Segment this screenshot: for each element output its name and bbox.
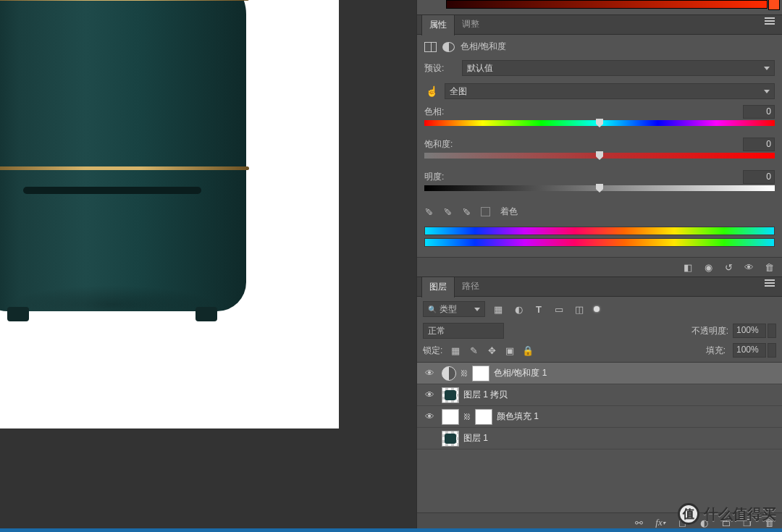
filter-type-icon[interactable]: T: [533, 304, 545, 314]
layer-row[interactable]: 图层 1: [417, 428, 782, 449]
blend-mode-select[interactable]: 正常: [423, 323, 504, 339]
visibility-toggle[interactable]: 👁: [421, 411, 437, 422]
hue-track[interactable]: [424, 120, 775, 126]
lightness-thumb[interactable]: [596, 184, 603, 193]
mask-thumb[interactable]: [475, 409, 492, 425]
lock-all-icon[interactable]: 🔒: [522, 345, 534, 355]
watermark: 值 什么值得买: [678, 503, 776, 525]
canvas-area[interactable]: [0, 0, 416, 532]
lightness-label: 明度:: [424, 171, 444, 183]
hue-slider: 色相: 0: [417, 104, 782, 136]
colorize-label: 着色: [500, 206, 518, 218]
layer-name[interactable]: 图层 1: [463, 432, 488, 444]
hue-value-input[interactable]: 0: [743, 105, 775, 119]
link-icon[interactable]: ⛓: [463, 413, 471, 421]
fill-flyout-icon[interactable]: [768, 343, 776, 358]
layer-row[interactable]: 👁图层 1 拷贝: [417, 384, 782, 406]
watermark-badge-icon: 值: [678, 503, 699, 525]
saturation-slider: 饱和度: 0: [417, 136, 782, 169]
lock-transparent-icon[interactable]: ▦: [450, 345, 461, 355]
layer-row[interactable]: 👁⛓颜色填充 1: [417, 406, 782, 428]
link-layers-icon[interactable]: ⚯: [633, 518, 644, 528]
opacity-input[interactable]: 100%: [733, 324, 766, 338]
panel-menu-icon[interactable]: [765, 282, 776, 291]
document-canvas[interactable]: [0, 0, 339, 428]
trash-icon[interactable]: 🗑: [763, 262, 775, 272]
visibility-toggle[interactable]: 👁: [421, 368, 437, 379]
tab-adjustments[interactable]: 调整: [455, 14, 487, 35]
saturation-label: 饱和度:: [424, 138, 453, 151]
layer-name[interactable]: 颜色填充 1: [497, 410, 539, 423]
eyedropper-row: ✐ ✐ ✐ 着色: [417, 201, 782, 224]
filter-adjust-icon[interactable]: ◐: [513, 304, 524, 314]
reset-icon[interactable]: ↺: [723, 262, 734, 272]
properties-footer: ◧ ◉ ↺ 👁 🗑: [417, 257, 782, 276]
scope-value: 全图: [450, 85, 467, 98]
current-color-swatch[interactable]: [768, 0, 780, 10]
adjustment-icon: [442, 366, 456, 381]
eyedropper-subtract-icon[interactable]: ✐: [462, 206, 471, 218]
adjustment-thumb-icon: [424, 42, 437, 52]
lock-image-icon[interactable]: ✎: [468, 345, 479, 355]
fill-input[interactable]: 100%: [733, 343, 766, 358]
eyedropper-add-icon[interactable]: ✐: [443, 206, 452, 218]
view-previous-icon[interactable]: ◉: [702, 262, 714, 272]
blend-mode-value: 正常: [428, 325, 445, 337]
fill-thumb[interactable]: [442, 409, 459, 425]
layer-row[interactable]: 👁⛓色相/饱和度 1: [417, 363, 782, 384]
hue-thumb[interactable]: [596, 119, 603, 127]
lightness-value-input[interactable]: 0: [743, 170, 775, 184]
saturation-thumb[interactable]: [596, 151, 603, 160]
layer-filter-row: 🔍 类型 ▦ ◐ T ▭ ◫: [417, 297, 782, 321]
chevron-down-icon: [474, 308, 480, 311]
lock-artboard-icon[interactable]: ▣: [504, 345, 516, 355]
saturation-value-input[interactable]: 0: [743, 138, 775, 151]
product-image: [0, 0, 246, 311]
chevron-down-icon: [764, 90, 770, 93]
adjustment-mask-icon: [442, 42, 455, 52]
visibility-icon[interactable]: 👁: [743, 262, 754, 272]
layer-name[interactable]: 色相/饱和度 1: [494, 367, 547, 379]
preset-select[interactable]: 默认值: [462, 60, 775, 76]
bottom-strip: [0, 528, 782, 532]
colorize-checkbox[interactable]: [481, 207, 490, 216]
opacity-flyout-icon[interactable]: [768, 324, 776, 338]
lock-row: 锁定: ▦ ✎ ✥ ▣ 🔒 填充: 100%: [417, 340, 782, 363]
watermark-text: 什么值得买: [704, 504, 776, 524]
lightness-track[interactable]: [424, 185, 775, 191]
panel-menu-icon[interactable]: [765, 20, 776, 29]
scope-row: ☝ 全图: [417, 80, 782, 104]
layer-thumb[interactable]: [442, 387, 459, 403]
layer-list[interactable]: 👁⛓色相/饱和度 1👁图层 1 拷贝👁⛓颜色填充 1图层 1: [417, 363, 782, 512]
visibility-toggle[interactable]: 👁: [421, 389, 437, 400]
eyedropper-icon[interactable]: ✐: [424, 206, 433, 218]
scope-select[interactable]: 全图: [445, 83, 775, 99]
lock-label: 锁定:: [423, 345, 442, 357]
filter-smart-icon[interactable]: ◫: [573, 304, 585, 314]
filter-kind-select[interactable]: 🔍 类型: [423, 301, 485, 317]
hue-label: 色相:: [424, 106, 444, 118]
filter-toggle[interactable]: [594, 306, 600, 312]
filter-shape-icon[interactable]: ▭: [553, 304, 565, 314]
mask-thumb[interactable]: [472, 366, 489, 381]
properties-panel-tabs: 属性 调整: [417, 14, 782, 35]
color-gradient[interactable]: [446, 0, 768, 9]
filter-pixel-icon[interactable]: ▦: [492, 304, 504, 314]
targeted-adjust-icon[interactable]: ☝: [424, 85, 439, 97]
color-panel-fragment: [417, 0, 782, 14]
layer-name[interactable]: 图层 1 拷贝: [463, 389, 508, 401]
tab-layers[interactable]: 图层: [421, 276, 455, 297]
saturation-track[interactable]: [424, 153, 775, 159]
link-icon[interactable]: ⛓: [461, 369, 468, 377]
opacity-label: 不透明度:: [691, 325, 728, 337]
clip-to-layer-icon[interactable]: ◧: [682, 262, 694, 272]
layer-thumb[interactable]: [442, 431, 459, 447]
search-icon: 🔍: [428, 305, 437, 313]
lock-position-icon[interactable]: ✥: [486, 345, 497, 355]
hue-range-bars[interactable]: [417, 224, 782, 257]
tab-properties[interactable]: 属性: [421, 14, 455, 35]
filter-kind-value: 类型: [440, 303, 457, 316]
preset-value: 默认值: [467, 62, 493, 75]
fx-icon[interactable]: fx▾: [655, 518, 666, 528]
tab-paths[interactable]: 路径: [455, 276, 487, 297]
